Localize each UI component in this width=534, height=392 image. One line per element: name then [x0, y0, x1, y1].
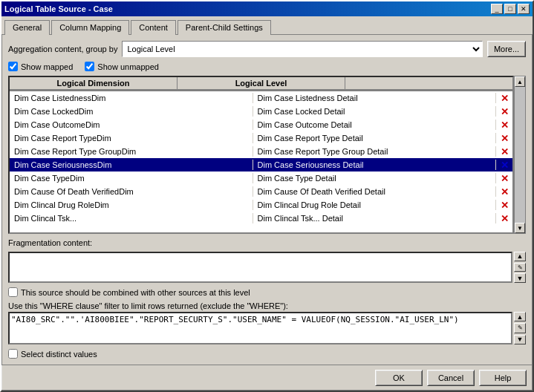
td-dim: Dim Case ListednessDim: [10, 93, 253, 103]
x-icon-blue: ✕: [501, 160, 509, 171]
x-icon: ✕: [501, 186, 509, 197]
td-level: Dim Case Outcome Detail: [253, 120, 497, 130]
table-row[interactable]: Dim Case Report Type GroupDimDim Case Re…: [10, 145, 512, 158]
fragmentation-side-btns: ▲ ✎ ▼: [514, 252, 526, 283]
checkboxes-row: Show mapped Show unmapped: [8, 62, 526, 71]
td-action: ✕: [496, 160, 512, 171]
where-textarea[interactable]: "AI80_SRC"."".'AI800BIEE"."REPORT_SECURT…: [8, 312, 512, 344]
table-row[interactable]: Dim Case LockedDimDim Case Locked Detail…: [10, 105, 512, 118]
aggregation-label: Aggregation content, group by: [8, 45, 117, 53]
more-button[interactable]: More...: [487, 41, 526, 57]
close-button[interactable]: ✕: [518, 4, 530, 14]
fragmentation-textarea[interactable]: [8, 252, 512, 283]
x-icon: ✕: [501, 93, 509, 104]
fragmentation-section: ▲ ✎ ▼: [8, 252, 526, 283]
frag-down-btn[interactable]: ▼: [514, 273, 526, 283]
x-icon: ✕: [501, 200, 509, 211]
scroll-down-btn[interactable]: ▼: [515, 223, 525, 233]
where-down-btn[interactable]: ▼: [514, 335, 526, 344]
frag-edit-btn[interactable]: ✎: [514, 263, 526, 272]
tab-column-mapping[interactable]: Column Mapping: [51, 20, 129, 35]
aggregation-dropdown[interactable]: Logical Level: [122, 41, 483, 57]
aggregation-row: Aggregation content, group by Logical Le…: [8, 41, 526, 57]
table-row[interactable]: Dim Case SeriousnessDimDim Case Seriousn…: [10, 158, 512, 172]
x-icon: ✕: [501, 106, 509, 117]
where-edit-btn[interactable]: ✎: [514, 323, 526, 333]
x-icon: ✕: [501, 120, 509, 131]
td-level: Dim Case Report Type Detail: [253, 133, 497, 143]
x-icon: ✕: [501, 213, 509, 224]
bottom-buttons: OK Cancel Help: [1, 365, 533, 391]
show-mapped-checkbox[interactable]: [8, 62, 18, 71]
dimension-table: Logical Dimension Logical Level Dim Case…: [8, 76, 514, 234]
table-row[interactable]: Dim Cause Of Death VerifiedDimDim Cause …: [10, 185, 512, 198]
distinct-label: Select distinct values: [21, 350, 97, 359]
td-dim: Dim Clincal Drug RoleDim: [10, 200, 253, 210]
distinct-row: Select distinct values: [8, 349, 526, 359]
table-row[interactable]: Dim Case TypeDimDim Case Type Detail✕: [10, 172, 512, 185]
show-unmapped-item: Show unmapped: [85, 62, 159, 71]
table-row[interactable]: Dim Case ListednessDimDim Case Listednes…: [10, 91, 512, 105]
show-mapped-label: Show mapped: [21, 62, 73, 71]
td-level: Dim Case Seriousness Detail: [253, 160, 497, 170]
where-value: "AI80_SRC"."".'AI800BIEE"."REPORT_SECURT…: [11, 315, 459, 324]
table-row[interactable]: Dim Clincal Tsk...Dim Clincal Tsk... Det…: [10, 212, 512, 225]
x-icon: ✕: [501, 133, 509, 144]
td-dim: Dim Clincal Tsk...: [10, 213, 253, 223]
distinct-checkbox[interactable]: [8, 349, 18, 359]
scroll-up-btn[interactable]: ▲: [515, 76, 525, 87]
td-action: ✕: [496, 186, 512, 197]
aggregation-dropdown-container: Logical Level: [122, 41, 483, 57]
td-action: ✕: [496, 120, 512, 131]
minimize-button[interactable]: _: [491, 4, 503, 14]
combine-label: This source should be combined with othe…: [21, 288, 250, 297]
td-dim: Dim Case Report TypeDim: [10, 133, 253, 143]
window-title: Logical Table Source - Case: [4, 4, 113, 13]
table-row[interactable]: Dim Case OutcomeDimDim Case Outcome Deta…: [10, 118, 512, 131]
combine-checkbox[interactable]: [8, 287, 18, 297]
scroll-track: [515, 87, 525, 223]
td-dim: Dim Case LockedDim: [10, 106, 253, 117]
td-action: ✕: [496, 146, 512, 157]
tab-parent-child[interactable]: Parent-Child Settings: [178, 20, 271, 35]
where-side-btns: ▲ ✎ ▼: [514, 312, 526, 344]
combine-row: This source should be combined with othe…: [8, 287, 526, 297]
td-dim: Dim Case OutcomeDim: [10, 120, 253, 130]
where-up-btn[interactable]: ▲: [514, 312, 526, 321]
td-level: Dim Case Listedness Detail: [253, 93, 497, 103]
fragmentation-label: Fragmentation content:: [8, 238, 92, 247]
td-action: ✕: [496, 133, 512, 144]
td-level: Dim Case Report Type Group Detail: [253, 146, 497, 157]
x-icon: ✕: [501, 146, 509, 157]
td-dim: Dim Cause Of Death VerifiedDim: [10, 186, 253, 197]
cancel-button[interactable]: Cancel: [427, 370, 475, 386]
td-action: ✕: [496, 173, 512, 184]
maximize-button[interactable]: □: [504, 4, 516, 14]
frag-up-btn[interactable]: ▲: [514, 252, 526, 261]
where-label: Use this "WHERE clause" filter to limit …: [8, 301, 526, 310]
tab-content-area: Aggregation content, group by Logical Le…: [1, 34, 533, 365]
table-scrollbar[interactable]: ▲ ▼: [514, 76, 526, 234]
tab-content[interactable]: Content: [131, 20, 176, 35]
td-level: Dim Case Type Detail: [253, 173, 497, 183]
ok-button[interactable]: OK: [375, 370, 423, 386]
where-section: Use this "WHERE clause" filter to limit …: [8, 301, 526, 344]
table-header: Logical Dimension Logical Level: [10, 77, 512, 91]
td-action: ✕: [496, 200, 512, 211]
td-action: ✕: [496, 93, 512, 104]
td-level: Dim Case Locked Detail: [253, 106, 497, 117]
fragmentation-row: Fragmentation content:: [8, 238, 526, 247]
td-dim: Dim Case Report Type GroupDim: [10, 146, 253, 157]
tab-general[interactable]: General: [4, 20, 50, 35]
col-logical-dimension: Logical Dimension: [10, 77, 178, 91]
main-window: Logical Table Source - Case _ □ ✕ Genera…: [0, 0, 534, 392]
show-unmapped-checkbox[interactable]: [85, 62, 94, 71]
window-controls: _ □ ✕: [491, 4, 530, 14]
table-section: Logical Dimension Logical Level Dim Case…: [8, 76, 526, 234]
table-body[interactable]: Dim Case ListednessDimDim Case Listednes…: [10, 91, 512, 232]
col-logical-level: Logical Level: [178, 77, 345, 91]
table-row[interactable]: Dim Case Report TypeDimDim Case Report T…: [10, 131, 512, 145]
table-row[interactable]: Dim Clincal Drug RoleDimDim Clincal Drug…: [10, 198, 512, 212]
td-action: ✕: [496, 106, 512, 117]
help-button[interactable]: Help: [479, 370, 527, 386]
